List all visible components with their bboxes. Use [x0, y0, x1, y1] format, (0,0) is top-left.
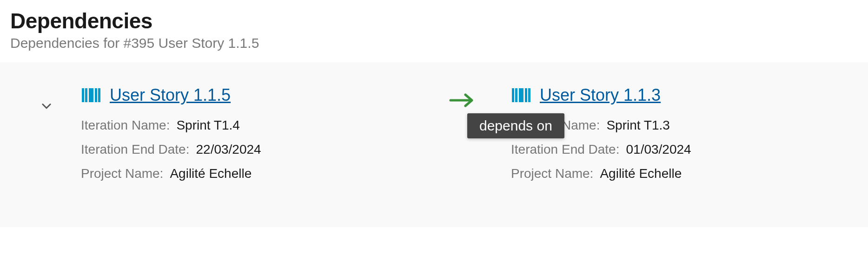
page-subtitle: Dependencies for #395 User Story 1.1.5: [10, 35, 858, 51]
expand-toggle[interactable]: [23, 85, 70, 114]
target-project-name: Agilité Echelle: [600, 162, 682, 186]
book-icon: [511, 86, 532, 104]
book-icon: [81, 86, 102, 104]
target-item-link[interactable]: User Story 1.1.3: [540, 85, 661, 105]
svg-rect-6: [512, 88, 514, 102]
target-iteration-end-date: 01/03/2024: [626, 137, 691, 162]
svg-rect-4: [98, 88, 100, 102]
page-header: Dependencies Dependencies for #395 User …: [0, 0, 868, 62]
relationship-tooltip: depends on: [467, 113, 564, 138]
page-title: Dependencies: [10, 8, 858, 33]
svg-rect-9: [525, 88, 527, 102]
source-iteration-name: Sprint T1.4: [176, 113, 239, 137]
chevron-down-icon: [40, 99, 53, 114]
field-label-iteration-name: Iteration Name:: [81, 113, 170, 137]
target-iteration-name: Sprint T1.3: [606, 113, 669, 137]
source-iteration-end-date: 22/03/2024: [196, 137, 261, 162]
svg-rect-2: [89, 88, 93, 102]
field-label-project: Project Name:: [511, 162, 593, 186]
svg-rect-0: [82, 88, 84, 102]
svg-rect-7: [515, 88, 517, 102]
source-item-link[interactable]: User Story 1.1.5: [110, 85, 231, 105]
field-label-iteration-end: Iteration End Date:: [511, 137, 619, 162]
dependencies-panel: User Story 1.1.5 Iteration Name: Sprint …: [0, 62, 868, 227]
svg-rect-1: [85, 88, 87, 102]
source-project-name: Agilité Echelle: [170, 162, 252, 186]
svg-rect-10: [528, 88, 530, 102]
svg-rect-3: [95, 88, 97, 102]
arrow-right-icon: [449, 92, 476, 109]
source-card: User Story 1.1.5 Iteration Name: Sprint …: [70, 85, 261, 185]
field-label-iteration-end: Iteration End Date:: [81, 137, 189, 162]
field-label-project: Project Name:: [81, 162, 163, 186]
svg-rect-8: [519, 88, 523, 102]
